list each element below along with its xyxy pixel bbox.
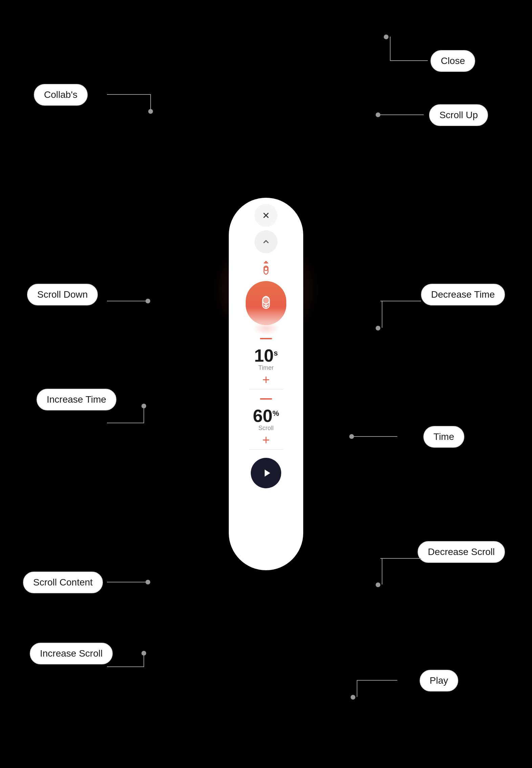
increase-scroll-button[interactable]: + (259, 433, 273, 447)
scroll-up-label: Scroll Up (429, 104, 488, 126)
time-label: Time (423, 426, 464, 448)
increase-time-connector-dot (141, 404, 146, 408)
scroll-up-connector-dot (376, 112, 380, 117)
collabs-label: Collab's (34, 84, 88, 106)
play-connector-dot (351, 695, 355, 700)
scroll-content-label: Scroll Content (23, 572, 103, 593)
increase-time-button[interactable]: + (259, 373, 273, 386)
timer-value: 10s (254, 347, 278, 364)
increase-time-connector-h (107, 423, 144, 423)
play-connector-v (357, 680, 357, 697)
timer-label: Timer (258, 364, 273, 371)
svg-rect-8 (260, 398, 272, 400)
time-connector-dot (349, 434, 354, 439)
svg-point-3 (264, 267, 268, 271)
scroll-up-connector-h (380, 114, 424, 115)
scroll-up-icon[interactable] (256, 259, 276, 280)
increase-scroll-connector-h (107, 666, 144, 667)
divider-1 (249, 389, 283, 389)
decrease-scroll-connector-dot (376, 582, 380, 587)
collabs-connector-h (107, 94, 151, 95)
scroll-down-area[interactable] (246, 281, 286, 325)
time-connector-h (353, 436, 397, 437)
increase-time-label: Increase Time (37, 389, 116, 410)
collabs-connector-v (150, 94, 151, 111)
decrease-time-label: Decrease Time (421, 284, 505, 305)
scroll-label: Scroll (258, 425, 273, 432)
close-label: Close (430, 50, 475, 72)
play-connector-h (357, 680, 397, 681)
close-connector-h (391, 60, 428, 61)
increase-scroll-connector-dot (141, 651, 146, 656)
collabs-connector-dot (148, 109, 153, 114)
scroll-down-connector-h (107, 301, 148, 301)
decrease-scroll-label: Decrease Scroll (418, 541, 505, 563)
decrease-time-connector-v (382, 301, 382, 328)
collapse-button[interactable] (254, 230, 278, 253)
scene: 10s Timer + 60% Scroll + Close Collab's (0, 0, 532, 768)
control-panel: 10s Timer + 60% Scroll + (229, 198, 303, 570)
close-connector-dot (384, 35, 389, 39)
svg-marker-9 (265, 470, 270, 477)
scroll-down-label: Scroll Down (27, 284, 98, 305)
close-connector-v (390, 37, 391, 61)
decrease-scroll-connector-h (380, 558, 421, 559)
play-label: Play (420, 670, 458, 691)
scroll-content-connector-dot (146, 580, 150, 584)
divider-2 (249, 449, 283, 450)
scroll-value: 60% (253, 407, 279, 425)
decrease-time-connector-dot (376, 326, 380, 330)
svg-rect-7 (260, 338, 272, 339)
scroll-display: 60% Scroll (253, 407, 279, 432)
close-button[interactable] (254, 204, 278, 227)
timer-display: 10s Timer (254, 347, 278, 371)
decrease-scroll-connector-v (382, 558, 382, 584)
decrease-time-connector-h (380, 301, 421, 301)
play-button[interactable] (251, 458, 281, 488)
decrease-scroll-button[interactable] (259, 392, 273, 406)
scroll-down-connector-dot (146, 299, 150, 303)
increase-scroll-label: Increase Scroll (30, 643, 113, 664)
scroll-content-connector-h (107, 582, 148, 582)
